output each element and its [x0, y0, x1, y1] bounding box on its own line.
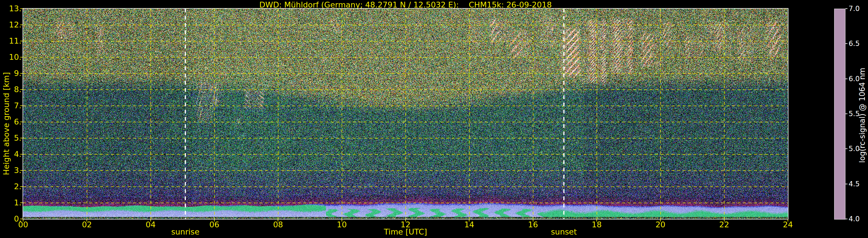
x-tick-mark [150, 219, 151, 222]
y-tick-mark [20, 219, 23, 219]
y-tick-label: 0. [0, 214, 22, 223]
y-tick-label: 3. [0, 166, 22, 175]
y-tick-mark [20, 202, 23, 203]
y-tick-label: 1. [0, 198, 22, 207]
x-tick-mark [724, 219, 724, 222]
x-tick-mark [596, 219, 597, 222]
y-tick-label: 13. [0, 4, 22, 13]
colorbar-tick-mark [845, 8, 847, 9]
y-tick-mark [20, 170, 23, 171]
colorbar-tick-mark [845, 78, 847, 79]
x-tick-mark [214, 219, 215, 222]
y-tick-mark [20, 138, 23, 138]
y-tick-label: 12. [0, 20, 22, 29]
y-tick-label: 9. [0, 69, 22, 78]
y-tick-label: 10. [0, 53, 22, 62]
x-tick-mark [342, 219, 342, 222]
plot-frame [23, 8, 788, 219]
x-tick-mark [87, 219, 87, 222]
x-tick-mark [469, 219, 469, 222]
colorbar [834, 9, 845, 219]
y-tick-mark [20, 73, 23, 74]
x-tick-mark [405, 219, 406, 222]
sunset-label: sunset [551, 227, 577, 236]
y-tick-label: 11. [0, 36, 22, 45]
y-tick-label: 5. [0, 133, 22, 142]
x-tick-mark [533, 219, 533, 222]
colorbar-tick-mark [845, 184, 847, 184]
y-tick-label: 7. [0, 101, 22, 110]
y-tick-mark [20, 41, 23, 41]
colorbar-tick-label: 4.5 [848, 180, 860, 188]
y-tick-mark [20, 154, 23, 155]
colorbar-title: log(rc-signal) @ 1064 nm [858, 68, 867, 163]
y-tick-label: 2. [0, 182, 22, 191]
y-tick-label: 4. [0, 149, 22, 159]
colorbar-tick-label: 7.0 [848, 5, 860, 13]
x-tick-mark [660, 219, 661, 222]
y-tick-mark [20, 25, 23, 25]
y-tick-mark [20, 122, 23, 122]
colorbar-tick-mark [845, 148, 847, 149]
colorbar-tick-label: 4.0 [848, 215, 860, 223]
colorbar-tick-mark [845, 43, 847, 44]
y-tick-mark [20, 186, 23, 187]
sunrise-label: sunrise [171, 227, 199, 236]
y-tick-mark [20, 105, 23, 106]
y-tick-mark [20, 8, 23, 9]
colorbar-tick-label: 6.5 [848, 40, 860, 48]
x-tick-mark [787, 219, 788, 222]
y-tick-label: 6. [0, 117, 22, 126]
colorbar-tick-mark [845, 219, 847, 219]
x-tick-mark [23, 219, 24, 222]
y-tick-mark [20, 57, 23, 58]
x-tick-mark [278, 219, 278, 222]
backscatter-heatmap[interactable] [23, 9, 788, 219]
colorbar-tick-mark [845, 113, 847, 114]
y-tick-label: 8. [0, 85, 22, 94]
y-tick-mark [20, 89, 23, 90]
